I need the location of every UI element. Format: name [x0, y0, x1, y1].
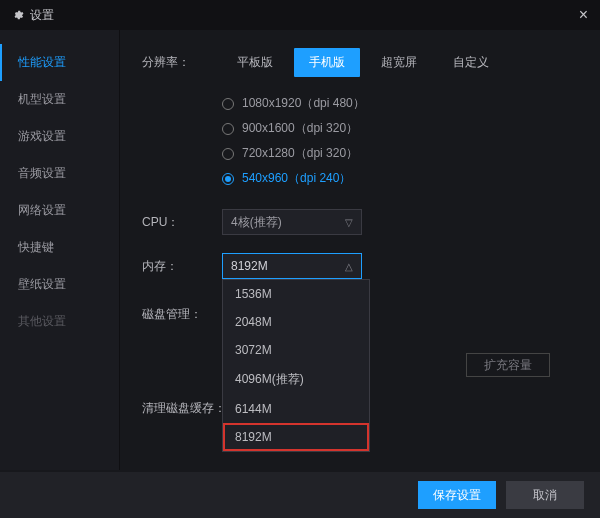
- radio-icon: [222, 148, 234, 160]
- sidebar-item-6[interactable]: 壁纸设置: [0, 266, 119, 303]
- sidebar-item-5[interactable]: 快捷键: [0, 229, 119, 266]
- resolution-option-label: 720x1280（dpi 320）: [242, 145, 358, 162]
- memory-value: 8192M: [231, 259, 268, 273]
- sidebar-item-0[interactable]: 性能设置: [0, 44, 119, 81]
- memory-option-2[interactable]: 3072M: [223, 336, 369, 364]
- memory-option-5[interactable]: 8192M: [223, 423, 369, 451]
- resolution-option-label: 900x1600（dpi 320）: [242, 120, 358, 137]
- save-button[interactable]: 保存设置: [418, 481, 496, 509]
- mode-tab-3[interactable]: 自定义: [438, 48, 504, 77]
- resolution-option-1[interactable]: 900x1600（dpi 320）: [222, 120, 578, 137]
- mode-tab-2[interactable]: 超宽屏: [366, 48, 432, 77]
- gear-icon: [12, 9, 24, 21]
- titlebar: 设置 ×: [0, 0, 600, 30]
- footer: 保存设置 取消: [0, 472, 600, 518]
- resolution-label: 分辨率：: [142, 54, 222, 71]
- resolution-options: 1080x1920（dpi 480）900x1600（dpi 320）720x1…: [222, 95, 578, 187]
- sidebar-item-3[interactable]: 音频设置: [0, 155, 119, 192]
- chevron-up-icon: △: [345, 261, 353, 272]
- memory-dropdown: 1536M2048M3072M4096M(推荐)6144M8192M: [222, 279, 370, 452]
- mode-tab-0[interactable]: 平板版: [222, 48, 288, 77]
- cpu-select[interactable]: 4核(推荐) ▽: [222, 209, 362, 235]
- mode-tab-1[interactable]: 手机版: [294, 48, 360, 77]
- resolution-option-0[interactable]: 1080x1920（dpi 480）: [222, 95, 578, 112]
- memory-option-1[interactable]: 2048M: [223, 308, 369, 336]
- memory-option-3[interactable]: 4096M(推荐): [223, 364, 369, 395]
- settings-window: 设置 × 性能设置机型设置游戏设置音频设置网络设置快捷键壁纸设置其他设置 分辨率…: [0, 0, 600, 518]
- resolution-option-label: 540x960（dpi 240）: [242, 170, 351, 187]
- memory-option-4[interactable]: 6144M: [223, 395, 369, 423]
- cpu-value: 4核(推荐): [231, 214, 282, 231]
- resolution-option-3[interactable]: 540x960（dpi 240）: [222, 170, 578, 187]
- sidebar: 性能设置机型设置游戏设置音频设置网络设置快捷键壁纸设置其他设置: [0, 30, 120, 470]
- sidebar-item-2[interactable]: 游戏设置: [0, 118, 119, 155]
- radio-icon: [222, 173, 234, 185]
- disk-label: 磁盘管理：: [142, 306, 222, 323]
- resolution-option-label: 1080x1920（dpi 480）: [242, 95, 365, 112]
- expand-capacity-button[interactable]: 扩充容量: [466, 353, 550, 377]
- sidebar-item-1[interactable]: 机型设置: [0, 81, 119, 118]
- cpu-label: CPU：: [142, 214, 222, 231]
- window-title: 设置: [30, 7, 54, 24]
- memory-option-0[interactable]: 1536M: [223, 280, 369, 308]
- cancel-button[interactable]: 取消: [506, 481, 584, 509]
- radio-icon: [222, 123, 234, 135]
- chevron-down-icon: ▽: [345, 217, 353, 228]
- memory-label: 内存：: [142, 258, 222, 275]
- radio-icon: [222, 98, 234, 110]
- close-icon[interactable]: ×: [579, 6, 588, 24]
- sidebar-item-7[interactable]: 其他设置: [0, 303, 119, 340]
- sidebar-item-4[interactable]: 网络设置: [0, 192, 119, 229]
- resolution-option-2[interactable]: 720x1280（dpi 320）: [222, 145, 578, 162]
- memory-select[interactable]: 8192M △: [222, 253, 362, 279]
- content: 分辨率： 平板版手机版超宽屏自定义 1080x1920（dpi 480）900x…: [120, 30, 600, 470]
- resolution-mode-tabs: 平板版手机版超宽屏自定义: [222, 48, 504, 77]
